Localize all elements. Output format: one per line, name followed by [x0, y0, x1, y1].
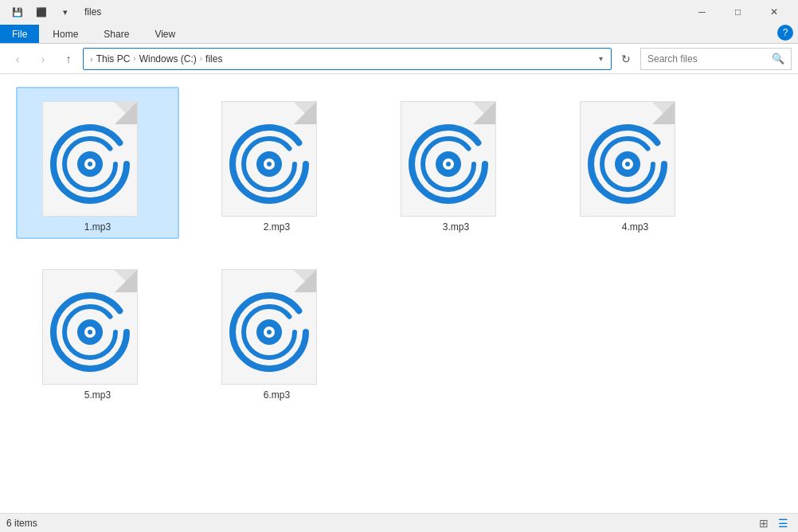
ribbon-tabs: File Home Share View ? — [0, 24, 798, 44]
breadcrumb-windows-c[interactable]: Windows (C:) — [139, 53, 197, 65]
tab-view[interactable]: View — [143, 25, 187, 43]
search-bar[interactable]: 🔍 — [640, 48, 792, 70]
cd-icon — [226, 289, 312, 375]
svg-point-24 — [88, 330, 92, 334]
title-bar: 💾 ⬛ ▾ files ─ □ ✕ — [0, 0, 798, 24]
file-icon — [580, 93, 691, 217]
up-button[interactable]: ↑ — [57, 48, 80, 70]
file-icon — [42, 261, 154, 385]
view-toggle: ⊞ ☰ — [756, 515, 792, 531]
svg-point-19 — [625, 162, 630, 166]
breadcrumb-files[interactable]: files — [205, 53, 222, 65]
file-label: 4.mp3 — [622, 221, 648, 233]
file-item[interactable]: 3.mp3 — [374, 87, 538, 239]
tab-share[interactable]: Share — [92, 25, 141, 43]
close-button[interactable]: ✕ — [756, 0, 792, 24]
address-bar[interactable]: › This PC › Windows (C:) › files ▾ — [83, 48, 612, 70]
title-bar-controls: ─ □ ✕ — [684, 0, 792, 24]
qat-dropdown[interactable]: ▾ — [54, 1, 76, 23]
file-label: 5.mp3 — [84, 389, 111, 401]
nav-bar: ‹ › ↑ › This PC › Windows (C:) › files ▾… — [0, 44, 798, 74]
cd-icon — [47, 121, 133, 207]
file-area: 1.mp3 2.mp3 3.mp3 4.mp3 — [0, 74, 798, 513]
address-dropdown[interactable]: ▾ — [597, 53, 604, 65]
maximize-button[interactable]: □ — [720, 0, 756, 24]
status-bar: 6 items ⊞ ☰ — [0, 513, 798, 532]
cd-icon — [47, 289, 133, 375]
svg-point-14 — [446, 162, 451, 166]
title-bar-left: 💾 ⬛ ▾ files — [6, 1, 101, 23]
file-icon — [401, 93, 512, 217]
breadcrumb: › This PC › Windows (C:) › files — [90, 53, 222, 65]
quick-access-toolbar: 💾 ⬛ ▾ — [6, 1, 76, 23]
svg-point-9 — [267, 162, 272, 166]
file-item[interactable]: 4.mp3 — [554, 87, 717, 239]
search-icon: 🔍 — [772, 53, 784, 65]
back-button[interactable]: ‹ — [6, 48, 29, 70]
tab-home[interactable]: Home — [41, 25, 90, 43]
minimize-button[interactable]: ─ — [684, 0, 720, 24]
cd-icon — [585, 121, 671, 207]
breadcrumb-sep-1: › — [133, 54, 135, 63]
breadcrumb-this-pc[interactable]: This PC — [96, 53, 131, 65]
main-content: 1.mp3 2.mp3 3.mp3 4.mp3 — [0, 74, 798, 532]
breadcrumb-arrow: › — [90, 54, 93, 64]
file-icon — [221, 261, 333, 385]
refresh-button[interactable]: ↻ — [615, 48, 637, 70]
details-view[interactable]: ☰ — [775, 515, 792, 531]
file-item[interactable]: 5.mp3 — [16, 255, 179, 407]
save-qat-button[interactable]: 💾 — [6, 1, 29, 23]
breadcrumb-sep-2: › — [200, 54, 202, 63]
file-label: 1.mp3 — [84, 221, 111, 233]
search-input[interactable] — [647, 53, 769, 65]
forward-button[interactable]: › — [32, 48, 54, 70]
item-count: 6 items — [6, 518, 37, 529]
svg-point-29 — [267, 330, 272, 334]
large-icons-view[interactable]: ⊞ — [756, 515, 772, 531]
file-label: 3.mp3 — [443, 221, 469, 233]
file-item[interactable]: 1.mp3 — [16, 87, 179, 239]
file-item[interactable]: 6.mp3 — [195, 255, 358, 407]
file-item[interactable]: 2.mp3 — [195, 87, 358, 239]
help-button[interactable]: ? — [777, 25, 793, 41]
window-title: files — [84, 6, 101, 18]
cd-icon — [226, 121, 312, 207]
file-icon — [221, 93, 333, 217]
svg-point-4 — [88, 162, 92, 166]
file-label: 2.mp3 — [264, 221, 290, 233]
cd-icon — [405, 121, 491, 207]
properties-qat-button[interactable]: ⬛ — [30, 1, 53, 23]
file-icon — [42, 93, 154, 217]
tab-file[interactable]: File — [0, 25, 39, 43]
file-label: 6.mp3 — [264, 389, 290, 401]
